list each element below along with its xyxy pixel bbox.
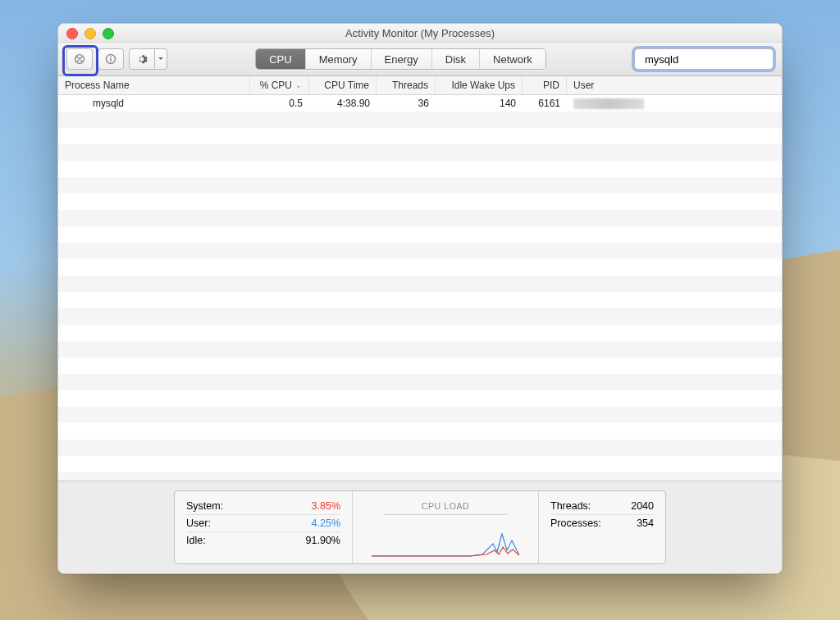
cell-pid: 6161 bbox=[523, 95, 567, 112]
label-user: User: bbox=[186, 517, 211, 529]
svg-point-1 bbox=[110, 57, 112, 58]
col-cpu-time[interactable]: CPU Time bbox=[309, 76, 377, 94]
activity-monitor-window: Activity Monitor (My Processes) bbox=[57, 23, 783, 574]
cell-cpu-pct: 0.5 bbox=[250, 95, 309, 112]
summary-panel: System: 3.85% User: 4.25% Idle: 91.90% C… bbox=[174, 490, 666, 564]
col-threads[interactable]: Threads bbox=[377, 76, 436, 94]
titlebar[interactable]: Activity Monitor (My Processes) bbox=[58, 24, 782, 43]
tab-network[interactable]: Network bbox=[480, 49, 546, 69]
label-processes-total: Processes: bbox=[550, 517, 601, 529]
tab-energy[interactable]: Energy bbox=[372, 49, 432, 69]
window-controls bbox=[66, 28, 114, 39]
svg-rect-2 bbox=[110, 58, 111, 62]
cpu-load-title: CPU LOAD bbox=[422, 501, 469, 511]
cpu-breakdown: System: 3.85% User: 4.25% Idle: 91.90% bbox=[175, 491, 353, 563]
value-idle: 91.90% bbox=[306, 535, 340, 546]
inspect-process-button[interactable] bbox=[98, 48, 124, 70]
cpu-load-sparkline bbox=[372, 527, 519, 557]
value-system: 3.85% bbox=[312, 500, 340, 512]
actions-menu-button[interactable] bbox=[129, 48, 155, 70]
value-user: 4.25% bbox=[312, 517, 340, 529]
fullscreen-window-button[interactable] bbox=[103, 28, 114, 39]
column-headers: Process Name % CPU ⌄ CPU Time Threads Id… bbox=[58, 76, 782, 95]
cell-user bbox=[567, 95, 782, 112]
col-cpu-pct[interactable]: % CPU ⌄ bbox=[250, 76, 309, 94]
close-window-button[interactable] bbox=[66, 28, 78, 39]
search-input[interactable] bbox=[643, 52, 783, 66]
col-user[interactable]: User bbox=[567, 76, 782, 94]
label-system: System: bbox=[186, 500, 223, 512]
tab-segmented-control: CPU Memory Energy Disk Network bbox=[255, 48, 546, 70]
window-title: Activity Monitor (My Processes) bbox=[345, 27, 495, 39]
label-idle: Idle: bbox=[186, 535, 206, 546]
chevron-down-icon bbox=[158, 56, 164, 62]
info-circle-icon bbox=[105, 53, 116, 65]
actions-menu-caret[interactable] bbox=[155, 48, 167, 70]
toolbar: CPU Memory Energy Disk Network ✕ bbox=[58, 43, 782, 76]
cell-user-redacted bbox=[573, 98, 644, 109]
col-idle-wakeups[interactable]: Idle Wake Ups bbox=[436, 76, 523, 94]
col-pid[interactable]: PID bbox=[523, 76, 567, 94]
desktop-background: Activity Monitor (My Processes) bbox=[0, 0, 840, 620]
col-cpu-pct-label: % CPU bbox=[260, 80, 292, 91]
tab-memory[interactable]: Memory bbox=[306, 49, 372, 69]
process-table-body: mysqld 0.5 4:38.90 36 140 6161 bbox=[58, 95, 782, 481]
label-threads-total: Threads: bbox=[550, 500, 591, 512]
summary-bar: System: 3.85% User: 4.25% Idle: 91.90% C… bbox=[58, 481, 782, 573]
search-field[interactable]: ✕ bbox=[634, 48, 774, 70]
divider bbox=[384, 514, 507, 515]
tab-disk[interactable]: Disk bbox=[432, 49, 480, 69]
col-process-name[interactable]: Process Name bbox=[58, 76, 250, 94]
stop-circle-icon bbox=[74, 53, 85, 65]
totals: Threads: 2040 Processes: 354 bbox=[539, 491, 665, 563]
cpu-load-graph-panel: CPU LOAD bbox=[353, 491, 539, 563]
tab-cpu[interactable]: CPU bbox=[256, 49, 305, 69]
cell-cpu-time: 4:38.90 bbox=[309, 95, 377, 112]
value-threads-total: 2040 bbox=[631, 500, 654, 512]
cell-threads: 36 bbox=[377, 95, 436, 112]
cell-process-name: mysqld bbox=[58, 95, 250, 112]
table-row[interactable]: mysqld 0.5 4:38.90 36 140 6161 bbox=[58, 95, 782, 112]
sort-indicator-icon: ⌄ bbox=[295, 81, 302, 89]
value-processes-total: 354 bbox=[637, 517, 654, 529]
minimize-window-button[interactable] bbox=[84, 28, 96, 39]
stop-process-button[interactable] bbox=[66, 48, 93, 70]
cell-idle-wakeups: 140 bbox=[436, 95, 523, 112]
gear-icon bbox=[136, 53, 148, 65]
